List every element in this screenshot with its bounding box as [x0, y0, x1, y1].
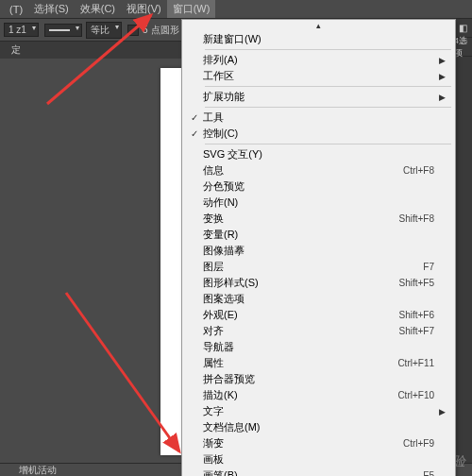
menu-item-label: 变量(R): [203, 228, 434, 242]
menu-shortcut: Ctrl+F10: [397, 390, 434, 400]
submenu-arrow-icon: ▶: [434, 93, 446, 102]
menu-item-label: 分色预览: [203, 179, 434, 194]
menu-separator: [205, 86, 451, 87]
menu-item[interactable]: 导航器: [182, 339, 455, 355]
menu-select[interactable]: 选择(S): [28, 0, 75, 18]
menu-item-label: 图层: [203, 260, 423, 274]
menu-item-label: 画笔(B): [203, 468, 423, 476]
menu-shortcut: Shift+F7: [398, 326, 434, 336]
menu-item-label: 扩展功能: [203, 90, 434, 104]
menu-item-label: 对齐: [203, 324, 398, 338]
menu-item[interactable]: 排列(A)▶: [182, 52, 455, 68]
swatch-icon[interactable]: [127, 25, 139, 36]
menu-item[interactable]: 图形样式(S)Shift+F5: [182, 275, 455, 291]
shape-label: 点圆形: [151, 24, 179, 37]
menu-item[interactable]: 画笔(B)F5: [182, 468, 455, 476]
menu-item[interactable]: 描边(K)Ctrl+F10: [182, 387, 455, 403]
menu-item[interactable]: SVG 交互(Y): [182, 146, 455, 162]
menu-item-label: 图像描摹: [203, 244, 434, 258]
menu-item[interactable]: 变量(R): [182, 227, 455, 243]
menu-item[interactable]: 渐变Ctrl+F9: [182, 435, 455, 451]
menu-shortcut: Shift+F6: [398, 310, 434, 320]
menu-bar: (T) 选择(S) 效果(C) 视图(V) 窗口(W): [0, 0, 472, 19]
menu-item-label: 外观(E): [203, 308, 398, 322]
menu-shortcut: Shift+F5: [398, 278, 434, 288]
menu-item[interactable]: 工作区▶: [182, 68, 455, 84]
menu-item[interactable]: 图案选项: [182, 291, 455, 307]
menu-item-label: 工具: [203, 110, 434, 125]
menu-shortcut: Shift+F8: [398, 213, 434, 224]
check-icon: ✓: [186, 128, 203, 139]
menu-item[interactable]: 分色预览: [182, 178, 455, 195]
menu-item-label: 属性: [203, 356, 397, 370]
menu-item[interactable]: 文档信息(M): [182, 419, 455, 435]
menu-item-label: 信息: [203, 163, 403, 178]
menu-separator: [205, 144, 451, 144]
menu-item-label: 新建窗口(W): [203, 32, 434, 46]
shape-sides: 5: [143, 25, 148, 35]
menu-item-label: 拼合器预览: [203, 372, 434, 386]
menu-view[interactable]: 视图(V): [121, 0, 167, 18]
menu-item[interactable]: 画板: [182, 451, 455, 468]
menu-item-label: 文档信息(M): [203, 420, 434, 434]
submenu-arrow-icon: ▶: [434, 72, 446, 81]
menu-item[interactable]: 对齐Shift+F7: [182, 323, 455, 339]
menu-item[interactable]: 图层F7: [182, 259, 455, 275]
menu-item-label: 工作区: [203, 69, 434, 83]
submenu-arrow-icon: ▶: [434, 56, 446, 65]
menu-window[interactable]: 窗口(W): [167, 0, 216, 18]
menu-shortcut: Ctrl+F8: [403, 165, 434, 176]
menu-shortcut: F5: [423, 470, 434, 476]
menu-item[interactable]: 文字▶: [182, 403, 455, 419]
check-icon: ✓: [186, 112, 203, 123]
menu-item[interactable]: 变换Shift+F8: [182, 211, 455, 227]
menu-separator: [205, 107, 451, 108]
menu-item-label: 变换: [203, 212, 398, 226]
menu-item[interactable]: 拼合器预览: [182, 371, 455, 387]
document-tab[interactable]: 定: [11, 43, 21, 57]
menu-item-label: 控制(C): [203, 127, 434, 141]
menu-item[interactable]: 动作(N): [182, 195, 455, 211]
menu-t[interactable]: (T): [4, 2, 28, 17]
menu-item-label: 图形样式(S): [203, 276, 398, 290]
menu-item[interactable]: 图像描摹: [182, 243, 455, 259]
panel-label[interactable]: 4选项: [454, 38, 472, 57]
menu-item-label: 排列(A): [203, 53, 434, 67]
submenu-arrow-icon: ▶: [434, 407, 446, 416]
menu-effect[interactable]: 效果(C): [75, 0, 121, 18]
menu-shortcut: F7: [423, 262, 434, 272]
menu-item-label: 动作(N): [203, 196, 434, 210]
menu-item[interactable]: 扩展功能▶: [182, 89, 455, 105]
menu-item-label: 导航器: [203, 340, 434, 354]
menu-item[interactable]: 属性Ctrl+F11: [182, 355, 455, 371]
stroke-profile[interactable]: [44, 24, 82, 37]
menu-item-label: 图案选项: [203, 292, 434, 306]
menu-item[interactable]: 外观(E)Shift+F6: [182, 307, 455, 323]
menu-item-label: 渐变: [203, 436, 403, 450]
menu-item[interactable]: ✓控制(C): [182, 126, 455, 142]
menu-item-label: 画板: [203, 452, 434, 467]
menu-item-label: 描边(K): [203, 388, 397, 402]
menu-item[interactable]: ✓工具: [182, 110, 455, 126]
menu-item-label: 文字: [203, 404, 434, 418]
scale-dropdown[interactable]: 等比: [86, 22, 122, 39]
zoom-dropdown[interactable]: 1 z1: [4, 23, 39, 37]
menu-shortcut: Ctrl+F11: [397, 358, 434, 368]
menu-item-label: SVG 交互(Y): [203, 147, 434, 162]
menu-shortcut: Ctrl+F9: [403, 438, 434, 449]
window-menu: ▴ 新建窗口(W)排列(A)▶工作区▶扩展功能▶✓工具✓控制(C)SVG 交互(…: [181, 19, 456, 476]
status-text: 增机活动: [19, 464, 57, 477]
menu-separator: [205, 49, 451, 50]
right-panel-strip: ◧ 4选项: [453, 19, 472, 463]
menu-item[interactable]: 信息Ctrl+F8: [182, 162, 455, 178]
menu-item[interactable]: 新建窗口(W): [182, 31, 455, 47]
menu-scroll-up-icon[interactable]: ▴: [182, 22, 455, 31]
